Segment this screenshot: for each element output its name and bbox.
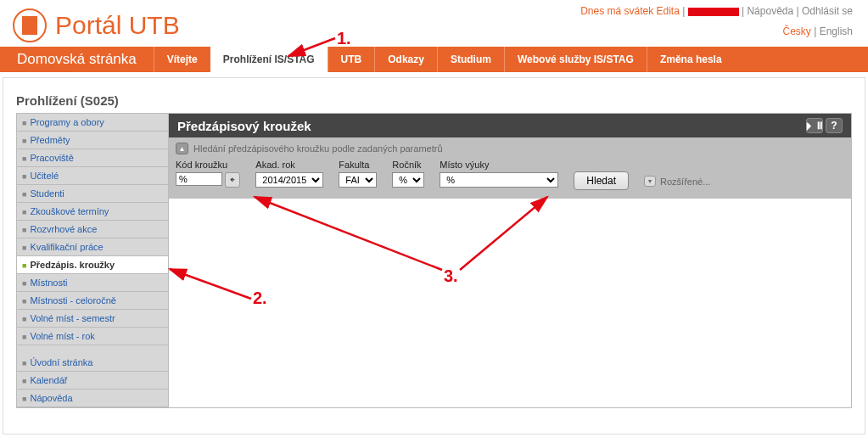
sidebar-item-rozvrhov-akce[interactable]: ■Rozvrhové akce (17, 221, 168, 238)
sidebar-item-label: Volné míst - semestr (30, 313, 115, 323)
sidebar-item-label: Kvalifikační práce (30, 242, 103, 252)
sidebar-item-label: Nápověda (30, 393, 72, 403)
sidebar-item-p-edm-ty[interactable]: ■Předměty (17, 132, 168, 149)
kod-label: Kód kroužku (176, 160, 240, 170)
bullet-icon: ■ (22, 137, 26, 145)
bullet-icon: ■ (22, 395, 26, 403)
main-panel: Předzápisový kroužek ⏵⏸ ? ▲ Hledání před… (169, 113, 852, 408)
sidebar-item-label: Pracoviště (30, 153, 73, 163)
bullet-icon: ■ (22, 315, 26, 323)
panel-help-icon[interactable]: ? (826, 118, 843, 133)
sidebar-item-label: Programy a obory (30, 117, 104, 127)
sidebar-item-voln-m-st-semestr[interactable]: ■Volné míst - semestr (17, 310, 168, 328)
main-nav: Domovská stránka VítejteProhlížení IS/ST… (0, 47, 868, 72)
panel-expand-icon[interactable]: ⏵⏸ (806, 118, 823, 133)
panel-title: Předzápisový kroužek (177, 119, 311, 133)
sidebar-item-label: Místnosti (30, 278, 67, 288)
misto-select[interactable]: % (440, 172, 558, 188)
fakulta-label: Fakulta (339, 160, 377, 170)
sidebar-item-label: Studenti (30, 188, 64, 199)
page-title: Prohlížení (S025) (16, 93, 852, 108)
sidebar-item--vodn-str-nka[interactable]: ■Úvodní stránka (17, 354, 168, 372)
sidebar-item-label: Úvodní stránka (30, 357, 92, 367)
tab-prohl-en-is-stag[interactable]: Prohlížení IS/STAG (210, 47, 328, 72)
panel-title-bar: Předzápisový kroužek ⏵⏸ ? (169, 114, 851, 137)
rocnik-select[interactable]: % (392, 172, 424, 188)
bullet-icon: ■ (22, 226, 26, 234)
kod-picker-icon[interactable]: ⌖ (225, 172, 240, 188)
sidebar-item-label: Volné míst - rok (30, 331, 94, 341)
tab-studium[interactable]: Studium (437, 47, 504, 72)
bullet-icon: ■ (22, 119, 26, 127)
sidebar-item-voln-m-st-rok[interactable]: ■Volné míst - rok (17, 328, 168, 345)
top-links: Dnes má svátek Edita | | Nápověda | Odhl… (580, 5, 853, 37)
bullet-icon: ■ (22, 190, 26, 199)
sidebar-item-kalend-[interactable]: ■Kalendář (17, 372, 168, 390)
sidebar-item-label: Rozvrhové akce (30, 224, 97, 234)
site-title: Portál UTB (55, 11, 180, 40)
sidebar-item-label: Kalendář (30, 375, 67, 385)
rok-label: Akad. rok (255, 160, 323, 170)
sidebar-item-label: Předměty (30, 135, 70, 145)
fakulta-select[interactable]: FAI (339, 172, 377, 188)
misto-label: Místo výuky (440, 160, 558, 170)
help-link[interactable]: Nápověda (747, 5, 793, 17)
sidebar-item-pracovi-t-[interactable]: ■Pracoviště (17, 149, 168, 167)
sidebar-item-label: Místnosti - celoročně (30, 295, 115, 306)
bullet-icon: ■ (22, 208, 26, 216)
bullet-icon: ■ (22, 359, 26, 367)
collapse-icon[interactable]: ▲ (176, 143, 188, 154)
sidebar-item-label: Předzápis. kroužky (30, 260, 115, 270)
bullet-icon: ■ (22, 377, 26, 385)
logout-link[interactable]: Odhlásit se (802, 5, 853, 17)
lang-english[interactable]: English (820, 25, 853, 37)
sidebar-item-n-pov-da[interactable]: ■Nápověda (17, 390, 168, 407)
bullet-icon: ■ (22, 333, 26, 341)
sidebar-item-p-edz-pis-krou-ky[interactable]: ■Předzápis. kroužky (17, 256, 168, 274)
sidebar-item-u-itel-[interactable]: ■Učitelé (17, 167, 168, 185)
username-redacted (688, 8, 739, 16)
advanced-toggle[interactable]: ▾ Rozšířené... (644, 176, 710, 187)
bullet-icon: ■ (22, 261, 26, 270)
sidebar-item-label: Zkouškové termíny (30, 206, 109, 216)
svatek-text: Dnes má svátek Edita (580, 5, 680, 17)
site-logo[interactable]: Portál UTB (13, 8, 180, 42)
rocnik-label: Ročník (392, 160, 424, 170)
sidebar-item-zkou-kov-term-ny[interactable]: ■Zkouškové termíny (17, 203, 168, 221)
kod-input[interactable] (176, 172, 222, 186)
tab-odkazy[interactable]: Odkazy (374, 47, 437, 72)
bullet-icon: ■ (22, 297, 26, 306)
tab-webov-slu-by-is-stag[interactable]: Webové služby IS/STAG (504, 47, 647, 72)
chevron-down-icon: ▾ (644, 176, 656, 187)
bullet-icon: ■ (22, 244, 26, 252)
bullet-icon: ■ (22, 172, 26, 181)
bullet-icon: ■ (22, 154, 26, 163)
tab-zm-na-hesla[interactable]: Změna hesla (647, 47, 735, 72)
tab-v-tejte[interactable]: Vítejte (154, 47, 210, 72)
sidebar-item-m-stnosti-celoro-n-[interactable]: ■Místnosti - celoročně (17, 292, 168, 310)
rok-select[interactable]: 2014/2015 (255, 172, 323, 188)
sidebar-item-label: Učitelé (30, 171, 59, 181)
sidebar-item-studenti[interactable]: ■Studenti (17, 185, 168, 203)
sidebar-item-programy-a-obory[interactable]: ■Programy a obory (17, 114, 168, 132)
logo-icon (13, 8, 47, 42)
lang-czech[interactable]: Česky (783, 25, 811, 37)
bullet-icon: ■ (22, 279, 26, 288)
sidebar-separator (17, 345, 168, 354)
search-hint: Hledání předzápisového kroužku podle zad… (193, 143, 443, 154)
sidebar: ■Programy a obory■Předměty■Pracoviště■Uč… (16, 113, 169, 408)
search-button[interactable]: Hledat (574, 171, 629, 190)
search-panel: ▲ Hledání předzápisového kroužku podle z… (169, 137, 851, 199)
nav-home[interactable]: Domovská stránka (0, 51, 154, 68)
sidebar-item-kvalifika-n-pr-ce[interactable]: ■Kvalifikační práce (17, 238, 168, 256)
sidebar-item-m-stnosti[interactable]: ■Místnosti (17, 274, 168, 292)
tab-utb[interactable]: UTB (328, 47, 375, 72)
